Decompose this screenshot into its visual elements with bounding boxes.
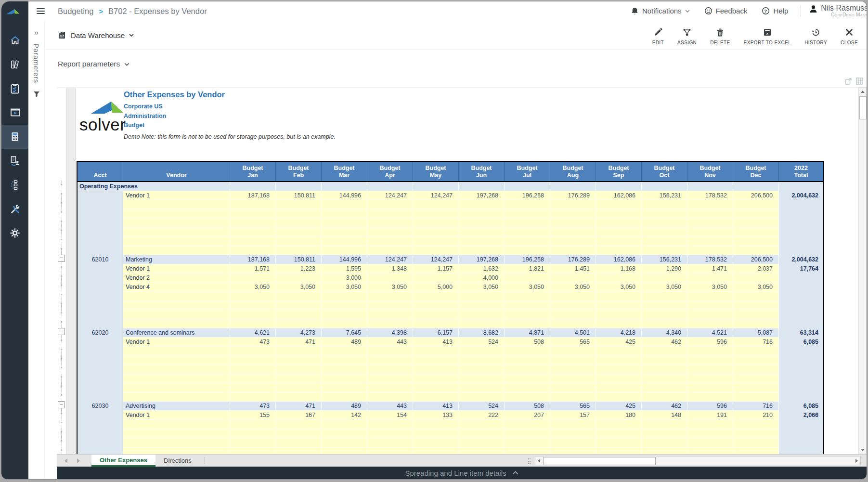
user-menu[interactable]: Nils Rasmusse CorpDemo Master — [809, 4, 867, 17]
value-cell[interactable]: 1,168 — [596, 264, 642, 274]
value-cell[interactable] — [733, 319, 779, 328]
value-cell[interactable] — [550, 209, 596, 219]
value-cell[interactable] — [687, 374, 733, 383]
value-cell[interactable] — [733, 365, 779, 374]
value-cell[interactable]: 3,000 — [322, 274, 367, 283]
value-cell[interactable] — [642, 237, 687, 246]
vendor-cell[interactable] — [123, 301, 230, 310]
value-cell[interactable] — [276, 429, 322, 438]
value-cell[interactable]: 196,258 — [505, 191, 550, 200]
value-cell[interactable]: 3,050 — [322, 283, 367, 292]
app-logo-icon[interactable] — [1, 1, 28, 22]
value-cell[interactable] — [550, 356, 596, 365]
value-cell[interactable] — [733, 237, 779, 246]
vertical-scrollbar[interactable] — [858, 87, 867, 454]
value-cell[interactable]: 124,247 — [413, 191, 459, 200]
value-cell[interactable] — [322, 301, 367, 310]
vendor-cell[interactable] — [123, 374, 230, 383]
value-cell[interactable] — [413, 274, 459, 283]
value-cell[interactable]: 3,050 — [596, 283, 642, 292]
history-button[interactable]: HISTORY — [798, 26, 834, 45]
value-cell[interactable]: 1,571 — [230, 264, 276, 274]
menu-hamburger-icon[interactable] — [37, 7, 45, 15]
value-cell[interactable] — [459, 383, 505, 392]
value-cell[interactable] — [367, 228, 413, 237]
vendor-cell[interactable] — [123, 365, 230, 374]
value-cell[interactable] — [322, 319, 367, 328]
value-cell[interactable] — [459, 319, 505, 328]
value-cell[interactable] — [413, 374, 459, 383]
vendor-cell[interactable] — [123, 310, 230, 319]
value-cell[interactable] — [413, 447, 459, 454]
value-cell[interactable] — [322, 347, 367, 356]
value-cell[interactable] — [505, 429, 550, 438]
vendor-cell[interactable] — [123, 347, 230, 356]
value-cell[interactable] — [505, 310, 550, 319]
vendor-cell[interactable]: Vendor 2 — [123, 274, 230, 283]
value-cell[interactable] — [230, 292, 276, 301]
value-cell[interactable] — [230, 246, 276, 255]
value-cell[interactable] — [550, 420, 596, 429]
value-cell[interactable] — [230, 237, 276, 246]
value-cell[interactable] — [733, 420, 779, 429]
value-cell[interactable] — [596, 246, 642, 255]
value-cell[interactable] — [413, 392, 459, 402]
value-cell[interactable] — [505, 301, 550, 310]
value-cell[interactable]: 3,050 — [550, 283, 596, 292]
value-cell[interactable]: 222 — [459, 411, 505, 420]
notifications-button[interactable]: Notifications — [626, 7, 695, 15]
grid-view-icon[interactable] — [855, 77, 864, 85]
value-cell[interactable] — [687, 219, 733, 228]
value-cell[interactable] — [230, 347, 276, 356]
value-cell[interactable] — [413, 438, 459, 447]
collapse-group-icon[interactable]: − — [58, 401, 65, 408]
value-cell[interactable] — [505, 374, 550, 383]
value-cell[interactable]: 3,050 — [276, 283, 322, 292]
vendor-cell[interactable] — [123, 447, 230, 454]
value-cell[interactable] — [550, 374, 596, 383]
vendor-cell[interactable] — [123, 420, 230, 429]
value-cell[interactable]: 565 — [550, 338, 596, 347]
value-cell[interactable] — [687, 228, 733, 237]
value-cell[interactable] — [413, 365, 459, 374]
vendor-cell[interactable]: Vendor 4 — [123, 283, 230, 292]
value-cell[interactable] — [733, 392, 779, 402]
value-cell[interactable] — [596, 356, 642, 365]
value-cell[interactable] — [642, 420, 687, 429]
value-cell[interactable] — [550, 365, 596, 374]
collapse-group-icon[interactable]: − — [58, 328, 65, 335]
value-cell[interactable]: 471 — [276, 338, 322, 347]
data-source-selector[interactable]: Data Warehouse — [58, 31, 134, 39]
value-cell[interactable]: 206,500 — [733, 191, 779, 200]
value-cell[interactable] — [459, 374, 505, 383]
value-cell[interactable] — [505, 274, 550, 283]
vendor-cell[interactable] — [123, 200, 230, 209]
value-cell[interactable]: 524 — [459, 338, 505, 347]
value-cell[interactable] — [550, 347, 596, 356]
horizontal-scrollbar[interactable] — [535, 456, 861, 465]
value-cell[interactable] — [322, 438, 367, 447]
value-cell[interactable]: 4,000 — [459, 274, 505, 283]
vendor-cell[interactable] — [123, 219, 230, 228]
value-cell[interactable] — [596, 274, 642, 283]
vendor-cell[interactable]: Vendor 1 — [123, 191, 230, 200]
value-cell[interactable] — [550, 310, 596, 319]
value-cell[interactable] — [505, 383, 550, 392]
value-cell[interactable] — [413, 209, 459, 219]
value-cell[interactable] — [505, 246, 550, 255]
value-cell[interactable] — [413, 219, 459, 228]
value-cell[interactable] — [367, 356, 413, 365]
value-cell[interactable]: 1,632 — [459, 264, 505, 274]
value-cell[interactable]: 5,000 — [413, 283, 459, 292]
vendor-cell[interactable]: Vendor 1 — [123, 338, 230, 347]
value-cell[interactable] — [733, 438, 779, 447]
value-cell[interactable] — [459, 356, 505, 365]
value-cell[interactable] — [459, 228, 505, 237]
value-cell[interactable] — [230, 209, 276, 219]
value-cell[interactable] — [459, 447, 505, 454]
breadcrumb-section[interactable]: Budgeting — [58, 7, 93, 16]
value-cell[interactable] — [413, 347, 459, 356]
value-cell[interactable] — [642, 246, 687, 255]
sidebar-item-settings[interactable] — [1, 221, 28, 245]
value-cell[interactable] — [322, 292, 367, 301]
